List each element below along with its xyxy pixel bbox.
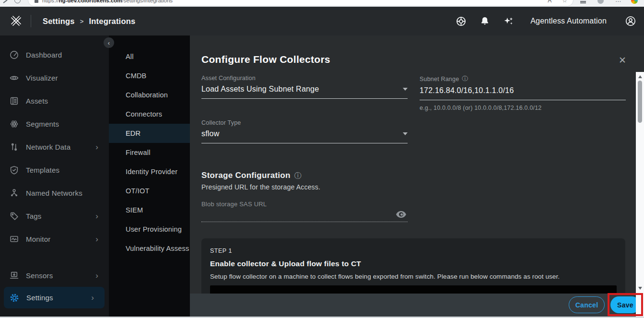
cancel-button[interactable]: Cancel bbox=[569, 296, 605, 313]
close-icon[interactable]: ✕ bbox=[619, 55, 626, 66]
sidebar-item-visualizer[interactable]: Visualizer bbox=[0, 66, 109, 89]
breadcrumb-section[interactable]: Settings bbox=[43, 17, 75, 26]
breadcrumb-separator-icon: > bbox=[80, 18, 84, 25]
category-cmdb[interactable]: CMDB bbox=[109, 66, 190, 85]
chevron-right-icon: › bbox=[95, 235, 98, 243]
storage-configuration-heading: Storage Configuration bbox=[201, 171, 291, 180]
asset-configuration-select[interactable]: Asset Configuration Load Assets Using Su… bbox=[201, 75, 408, 99]
vertical-scrollbar[interactable] bbox=[636, 72, 644, 317]
sidebar-item-settings[interactable]: Settings › bbox=[4, 287, 105, 308]
info-icon[interactable]: ⓘ bbox=[462, 75, 468, 83]
page: https://ng-dev.colortokens.com/settings/… bbox=[0, 0, 644, 318]
browser-more-icon[interactable]: ⋯ bbox=[615, 0, 621, 5]
templates-shield-icon bbox=[10, 165, 19, 175]
sidebar-item-named-networks[interactable]: Named Networks bbox=[0, 181, 109, 204]
named-networks-icon bbox=[10, 188, 19, 198]
address-bar[interactable]: https://ng-dev.colortokens.com/settings/… bbox=[28, 0, 574, 6]
subnet-range-hint: e.g., 10.0.0.0/8 (or) 10.0.0.0/8,172.16.… bbox=[420, 105, 626, 111]
collector-type-value: sflow bbox=[201, 130, 219, 138]
dashboard-gauge-icon bbox=[10, 50, 19, 59]
read-aloud-icon[interactable]: A bbox=[548, 0, 551, 4]
sidebar-item-templates[interactable]: Templates bbox=[0, 158, 109, 181]
category-firewall[interactable]: Firewall bbox=[109, 143, 190, 162]
sidebar-item-sensors[interactable]: Sensors › bbox=[0, 264, 109, 287]
breadcrumb-page: Integrations bbox=[89, 17, 136, 26]
dialog-title: Configure Flow Collectors bbox=[201, 54, 330, 65]
category-user-provisioning[interactable]: User Provisioning bbox=[109, 220, 190, 239]
step1-label: STEP 1 bbox=[210, 247, 617, 254]
dialog-footer: Cancel Save bbox=[190, 294, 644, 317]
show-password-eye-icon[interactable] bbox=[396, 211, 406, 218]
monitor-icon bbox=[10, 235, 19, 244]
chevron-right-icon: › bbox=[95, 212, 98, 220]
favorite-star-icon[interactable]: ☆ bbox=[562, 0, 567, 4]
network-data-icon bbox=[10, 142, 19, 152]
scrollbar-thumb[interactable] bbox=[638, 81, 642, 123]
category-connectors[interactable]: Connectors bbox=[109, 105, 190, 124]
breadcrumb: Settings > Integrations bbox=[43, 17, 135, 26]
category-collaboration[interactable]: Collaboration bbox=[109, 85, 190, 105]
browser-chrome: https://ng-dev.colortokens.com/settings/… bbox=[0, 0, 644, 7]
sidebar-item-dashboard[interactable]: Dashboard bbox=[0, 43, 109, 66]
assets-list-icon bbox=[10, 96, 19, 106]
ai-sparkles-icon[interactable] bbox=[503, 16, 514, 27]
notifications-bell-icon[interactable] bbox=[480, 16, 490, 26]
dropdown-caret-icon bbox=[403, 132, 408, 135]
scroll-down-arrow-icon[interactable] bbox=[638, 287, 642, 290]
profile-icon[interactable] bbox=[625, 15, 636, 27]
collections-icon[interactable] bbox=[580, 0, 586, 3]
segments-cluster-icon bbox=[10, 119, 19, 129]
category-edr[interactable]: EDR bbox=[109, 124, 190, 143]
app-header: Settings > Integrations bbox=[0, 7, 644, 35]
step1-description: Setup flow collector on a machine to col… bbox=[210, 273, 617, 280]
subnet-range-value[interactable]: 172.16.84.0/16,10.1.1.0/16 bbox=[420, 86, 514, 95]
tag-icon bbox=[10, 212, 19, 221]
help-lifering-icon[interactable] bbox=[456, 16, 467, 27]
category-siem[interactable]: SIEM bbox=[109, 200, 190, 220]
collector-type-label: Collector Type bbox=[201, 119, 408, 126]
xshield-logo-icon[interactable] bbox=[10, 15, 22, 27]
sidebar-item-tags[interactable]: Tags › bbox=[0, 204, 109, 227]
category-all[interactable]: All bbox=[109, 47, 190, 66]
sensors-icon bbox=[10, 271, 19, 280]
asset-configuration-value: Load Assets Using Subnet Range bbox=[201, 85, 319, 94]
sidebar-collapse-button[interactable]: ‹ bbox=[104, 37, 114, 48]
sidebar-item-network-data[interactable]: Network Data › bbox=[0, 135, 109, 158]
settings-gear-icon bbox=[10, 293, 19, 303]
sidebar-item-segments[interactable]: Segments bbox=[0, 112, 109, 135]
category-vulnerability-assessment[interactable]: Vulnerability Assess bbox=[109, 239, 190, 258]
info-icon[interactable]: ⓘ bbox=[294, 171, 302, 180]
account-name: Agentless Automation bbox=[530, 17, 607, 25]
lock-icon bbox=[34, 0, 39, 3]
sidebar-item-assets[interactable]: Assets bbox=[0, 89, 109, 112]
asset-configuration-label: Asset Configuration bbox=[201, 75, 408, 82]
url-text: https://ng-dev.colortokens.com/settings/… bbox=[42, 0, 173, 3]
chevron-right-icon: › bbox=[91, 294, 94, 302]
blob-sas-url-input[interactable] bbox=[201, 222, 408, 222]
configure-flow-collectors-dialog: Configure Flow Collectors ✕ Asset Config… bbox=[190, 35, 644, 318]
scroll-up-arrow-icon[interactable] bbox=[638, 75, 642, 78]
storage-configuration-description: Presigned URL for the storage Access. bbox=[201, 183, 320, 191]
copilot-icon[interactable] bbox=[631, 0, 638, 4]
step1-title: Enable collector & Upload flow files to … bbox=[210, 259, 617, 268]
sidebar-item-monitor[interactable]: Monitor › bbox=[0, 227, 109, 250]
browser-profile-avatar[interactable] bbox=[597, 0, 604, 4]
category-ot-iot[interactable]: OT/IOT bbox=[109, 181, 190, 200]
dropdown-caret-icon bbox=[403, 88, 408, 91]
blob-sas-url-label: Blob storage SAS URL bbox=[201, 200, 267, 208]
main-sidebar: Dashboard Visualizer Assets Segments Net… bbox=[0, 35, 109, 318]
subnet-range-label: Subnet Range bbox=[420, 76, 459, 82]
eye-icon bbox=[10, 73, 19, 82]
header-divider bbox=[31, 15, 31, 27]
subnet-range-field[interactable]: Subnet Range ⓘ 172.16.84.0/16,10.1.1.0/1… bbox=[420, 75, 626, 111]
chevron-right-icon: › bbox=[95, 143, 98, 151]
collector-type-select[interactable]: Collector Type sflow bbox=[201, 119, 408, 143]
category-identity-provider[interactable]: Identity Provider bbox=[109, 162, 190, 181]
browser-back-icon[interactable] bbox=[3, 0, 7, 3]
save-button-annotation-box bbox=[608, 293, 643, 316]
browser-refresh-icon[interactable] bbox=[14, 0, 21, 3]
chevron-right-icon: › bbox=[95, 271, 98, 280]
integration-categories: All CMDB Collaboration Connectors EDR Fi… bbox=[109, 35, 190, 318]
